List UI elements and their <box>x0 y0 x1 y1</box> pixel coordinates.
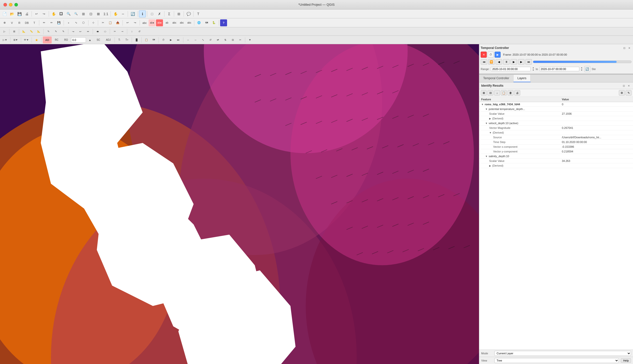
tab-temporal-controller[interactable]: Temporal Controller <box>479 75 513 82</box>
select-button[interactable]: 🔲 <box>58 10 65 18</box>
tile-button[interactable]: 🗺 <box>203 19 210 26</box>
range-start-input[interactable] <box>491 67 531 71</box>
identify-button[interactable]: ℹ <box>139 10 146 18</box>
pb-pause-btn[interactable]: ⏸ <box>503 59 509 64</box>
add-raster-button[interactable]: R <box>16 19 23 26</box>
map-canvas-area[interactable] <box>0 44 479 364</box>
help-button-bottom[interactable]: Help <box>621 358 631 363</box>
range-end-arrows[interactable]: ▲ ▼ <box>581 66 583 72</box>
id-select-btn[interactable]: ↓ <box>494 90 500 96</box>
print-button[interactable]: 🖨 <box>23 10 30 18</box>
cad-value-input[interactable] <box>71 37 86 43</box>
maximize-button[interactable] <box>15 3 18 6</box>
visibility-btn[interactable]: 👁▼ <box>22 36 30 44</box>
id-options-btn[interactable]: ✎ <box>625 90 631 96</box>
zoom-selected-button[interactable]: ⊠ <box>95 10 102 18</box>
sc-btn[interactable]: SC <box>94 36 103 44</box>
bar-btn[interactable]: ▐▌ <box>133 36 140 44</box>
offset-btn[interactable]: ↔ <box>192 36 199 44</box>
scale-btn[interactable]: ⤡ <box>200 36 206 44</box>
add-vector-button[interactable]: V <box>9 19 16 26</box>
label-pin3-button[interactable]: ab <box>164 19 170 26</box>
snap-btn[interactable]: ⊞ <box>11 28 18 35</box>
open-table-button[interactable]: ⊞ <box>175 10 182 18</box>
id-collapse-btn[interactable]: ⊟ <box>487 90 493 96</box>
id-clear-btn[interactable]: 🗑 <box>507 90 513 96</box>
t-minus-btn[interactable]: T- <box>116 36 123 44</box>
route3-btn[interactable]: ↭ <box>85 28 92 35</box>
id-copy-btn[interactable]: 📋 <box>501 90 507 96</box>
window-controls[interactable] <box>4 3 18 6</box>
redo-edit-button[interactable]: ↪ <box>131 19 138 26</box>
cad-up-btn[interactable]: ▲ <box>87 36 93 44</box>
pb-skip-start-btn[interactable]: ⏮ <box>481 59 487 64</box>
copy-features-button[interactable]: 📋 <box>107 19 114 26</box>
range-start-up-arrow[interactable]: ▲ <box>532 66 534 69</box>
move-btn[interactable]: ↕ <box>129 28 135 35</box>
ro-btn[interactable]: RO <box>62 36 71 44</box>
star-btn[interactable]: ★ <box>33 36 40 44</box>
t-plus-btn[interactable]: T+ <box>124 36 130 44</box>
select-feature-button[interactable]: □ <box>149 10 156 18</box>
cut-btn[interactable]: ✂ <box>111 28 118 35</box>
flip-btn[interactable]: ⇄ <box>214 36 221 44</box>
adv-select-btn[interactable]: ▷ <box>1 28 8 35</box>
zoom-layer-button[interactable]: ⊡ <box>88 10 94 18</box>
digitize-button[interactable]: ✏ <box>41 19 48 26</box>
new-project-button[interactable]: 📄 <box>1 10 8 18</box>
cad-select-btn[interactable]: ▷▼ <box>1 36 9 44</box>
range-end-down-arrow[interactable]: ▼ <box>581 69 583 72</box>
rc-btn[interactable]: RC <box>52 36 61 44</box>
measure3-btn[interactable]: 📐 <box>35 28 42 35</box>
temporal2-btn[interactable]: ▶ <box>168 36 174 44</box>
pb-prev-btn[interactable]: ⏪ <box>488 59 495 64</box>
tab-layers[interactable]: Layers <box>513 75 531 82</box>
ad-btn[interactable]: AD <box>43 36 52 44</box>
temporal-close-btn[interactable]: ✕ <box>627 46 631 50</box>
layout-btn[interactable]: 📋 <box>143 36 150 44</box>
zoom-in-button[interactable]: 🔍 <box>65 10 72 18</box>
mode-select[interactable]: Current Layer <box>494 351 631 356</box>
rotate-btn[interactable]: ↺ <box>136 28 143 35</box>
pb-step-back-btn[interactable]: ◀ <box>496 59 502 64</box>
add-db-button[interactable]: DB <box>23 19 30 26</box>
atlas-btn[interactable]: 🗺 <box>150 36 157 44</box>
close-button[interactable] <box>4 3 7 6</box>
map-tips-button[interactable]: 💬 <box>185 10 192 18</box>
temporal3-btn[interactable]: ⏭ <box>175 36 182 44</box>
id-expand-btn[interactable]: ⊞ <box>481 90 487 96</box>
rotate2-btn[interactable]: ↺ <box>207 36 214 44</box>
add-text-button[interactable]: T <box>31 19 38 26</box>
temporal-play-btn[interactable]: ▶ <box>495 52 501 58</box>
move-feature-btn[interactable]: ↔ <box>185 36 192 44</box>
add-feature-button[interactable]: + <box>65 19 72 26</box>
measure2-btn[interactable]: 📏 <box>28 28 35 35</box>
add-poly-button[interactable]: ⬡ <box>80 19 87 26</box>
temporal-btn[interactable]: ⏱ <box>160 36 167 44</box>
open-project-button[interactable]: 📂 <box>9 10 16 18</box>
label-tool-button[interactable]: abc <box>141 19 148 26</box>
route2-btn[interactable]: ↜ <box>77 28 84 35</box>
pin-label-button[interactable]: ab● <box>149 19 156 26</box>
geom-btn[interactable]: ⬬ <box>94 28 101 35</box>
undo-edit-button[interactable]: ↩ <box>124 19 131 26</box>
label-pin6-button[interactable]: abc <box>186 19 193 26</box>
identify-close-btn[interactable]: ✕ <box>626 84 631 88</box>
route-btn[interactable]: ↝ <box>70 28 77 35</box>
view-select[interactable]: Tree <box>494 358 619 363</box>
pan-map2-button[interactable]: ↔ <box>120 10 127 18</box>
refresh-button[interactable]: 🔄 <box>129 10 136 18</box>
temporal-undock-btn[interactable]: ⊡ <box>622 46 626 50</box>
range-start-arrows[interactable]: ▲ ▼ <box>532 66 534 72</box>
save-edit-button[interactable]: 💾 <box>56 19 62 26</box>
zoom-full-button[interactable]: ⊞ <box>80 10 87 18</box>
geom2-btn[interactable]: ⬭ <box>102 28 109 35</box>
split-btn[interactable]: ⊸ <box>119 28 126 35</box>
range-end-input[interactable] <box>540 67 579 71</box>
add-wms-button[interactable]: ⊕ <box>1 19 8 26</box>
pb-skip-end-btn[interactable]: ⏭ <box>525 59 532 64</box>
help-button[interactable]: ? <box>220 19 227 26</box>
range-start-down-arrow[interactable]: ▼ <box>532 69 534 72</box>
minimize-button[interactable] <box>9 3 13 6</box>
toggle-edit-button[interactable]: ✏ <box>48 19 55 26</box>
